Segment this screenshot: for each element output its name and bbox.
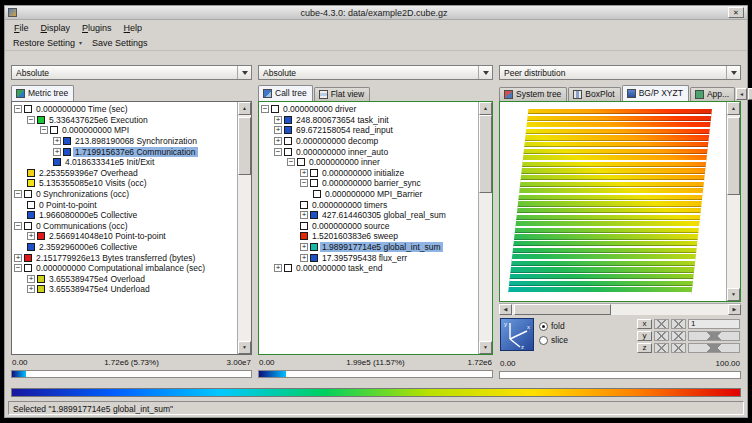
tree-expander[interactable]: + [274,264,282,272]
tree-item-label[interactable]: 427.614460305 global_real_sum [320,210,448,220]
system-value-mode-combobox[interactable]: Peer distribution [499,65,741,80]
tree-item-label[interactable]: 2.151779926e13 Bytes transferred (bytes) [34,253,197,263]
tree-expander[interactable]: − [300,179,308,187]
chevron-down-icon[interactable]: ▾ [79,39,88,46]
tree-expander[interactable]: + [27,232,35,240]
toolbar-restore-setting-button[interactable]: Restore Setting [9,37,79,49]
tree-item-label[interactable]: 17.395795438 flux_err [320,253,409,263]
scroll-down-button[interactable]: ▼ [479,341,492,354]
dim-button-y[interactable]: y [637,331,652,341]
tree-item-label[interactable]: 213.898190068 Synchronization [73,136,199,146]
tree-expander[interactable]: + [27,275,35,283]
tree-expander[interactable]: − [261,105,269,113]
tree-expander[interactable]: − [14,264,22,272]
tree-item-label[interactable]: 5.135355085e10 Visits (occ) [37,178,149,188]
scroll-right-button[interactable]: ▶ [728,304,741,315]
tree-expander[interactable]: + [300,254,308,262]
dim-value-cell[interactable]: 1 [688,319,740,329]
topology-canvas[interactable] [500,102,726,301]
tree-item-label[interactable]: 0.000000000 MPI [60,125,131,135]
tree-item-label[interactable]: 2.359296000e6 Collective [37,242,139,252]
tree-item-label[interactable]: 0.000000000 driver [281,104,358,114]
tree-item-label[interactable]: 0.000000000 MPI_Barrier [323,189,424,199]
dim-button-x[interactable]: x [637,319,652,329]
menu-display[interactable]: Display [35,22,77,34]
tree-expander[interactable]: + [53,148,61,156]
scrollbar-thumb[interactable] [238,117,251,175]
scrollbar-track[interactable] [727,115,740,288]
scroll-down-button[interactable]: ▼ [238,341,251,354]
tree-expander[interactable]: + [274,137,282,145]
tree-item-label[interactable]: 2.253559396e7 Overhead [37,168,140,178]
tree-item-label[interactable]: 1.520160383e6 sweep [310,231,400,241]
scroll-up-button[interactable]: ▲ [479,102,492,115]
dim-value-cell[interactable] [688,331,740,341]
tab-scroll-left-button[interactable]: ◂ [736,88,747,100]
tree-expander[interactable]: + [14,254,22,262]
topology-view[interactable]: ▲ ▼ [499,101,741,302]
tab-system-tree[interactable]: System tree [499,87,567,101]
tab-bg-p-xyzt[interactable]: BG/P XYZT [622,85,689,101]
scroll-left-button[interactable]: ◀ [499,304,512,315]
tree-item-label[interactable]: 0 Point-to-point [37,200,99,210]
tab-app[interactable]: App... [690,87,735,101]
metric-tree[interactable]: −0.000000000 Time (sec)−5.336437625e6 Ex… [12,102,237,354]
tree-expander[interactable]: + [53,137,61,145]
tree-expander[interactable]: + [274,126,282,134]
tree-item-label[interactable]: 0.000000000 Computational imbalance (sec… [34,263,207,273]
tab-metric-tree[interactable]: Metric tree [11,85,74,101]
tree-item-label[interactable]: 0.000000000 barrier_sync [320,178,423,188]
tree-item-label[interactable]: 0.000000000 task_end [294,263,385,273]
close-button[interactable]: ✕ [728,7,744,18]
dim-spin-cell[interactable] [671,343,686,353]
tree-item-label[interactable]: 1.989917714e5 global_int_sum [320,242,443,252]
dim-spin-cell[interactable] [654,343,669,353]
scrollbar-thumb[interactable] [514,304,611,315]
tree-item-label[interactable]: 0 Synchronizations (occ) [34,189,131,199]
menu-file[interactable]: File [8,22,35,34]
tree-expander[interactable]: − [274,148,282,156]
tree-expander[interactable]: − [27,116,35,124]
tab-scroll-right-button[interactable]: ▸ [748,88,752,100]
tree-item-label[interactable]: 0.000000000 Time (sec) [34,104,130,114]
dim-button-z[interactable]: z [637,343,652,353]
tree-item-label[interactable]: 248.800673654 task_init [294,115,391,125]
topology-horizontal-scrollbar[interactable]: ◀ ▶ [499,303,741,315]
tree-expander[interactable]: − [14,105,22,113]
tree-item-label[interactable]: 2.566914048e10 Point-to-point [47,231,168,241]
scrollbar-thumb[interactable] [727,117,740,195]
scroll-up-button[interactable]: ▲ [238,102,251,115]
fold-radio[interactable] [539,322,548,331]
scroll-down-button[interactable]: ▼ [727,288,740,301]
tree-item-label[interactable]: 5.336437625e6 Execution [47,115,150,125]
tree-item-label[interactable]: 3.655389475e4 Overload [47,274,147,284]
tab-boxplot[interactable]: BoxPlot [568,87,620,101]
titlebar[interactable]: cube-4.3.0: data/example2D.cube.gz ✕ [5,6,747,20]
tree-expander[interactable]: − [14,190,22,198]
scroll-up-button[interactable]: ▲ [727,102,740,115]
tree-item-label[interactable]: 0.000000000 decomp [294,136,380,146]
tab-call-tree[interactable]: Call tree [258,85,313,101]
tree-expander[interactable]: + [300,211,308,219]
tree-item-label[interactable]: 1.966080000e5 Collective [37,210,139,220]
tree-item-label[interactable]: 1.719915637e6 Communication [73,147,198,157]
tree-expander[interactable]: + [274,116,282,124]
tree-expander[interactable]: − [14,222,22,230]
tree-expander[interactable]: + [27,285,35,293]
toolbar-save-settings-button[interactable]: Save Settings [88,37,152,49]
fold-option[interactable]: fold [539,321,568,331]
metric-vertical-scrollbar[interactable]: ▲ ▼ [237,102,251,354]
tab-flat-view[interactable]: Flat view [314,87,371,101]
scrollbar-track[interactable] [512,304,728,315]
dim-value-cell[interactable] [688,343,740,353]
xyz-axes-icon[interactable]: xyz [500,318,534,351]
metric-value-mode-combobox[interactable]: Absolute [11,65,252,80]
dim-spin-cell[interactable] [671,331,686,341]
dim-spin-cell[interactable] [671,319,686,329]
scrollbar-track[interactable] [238,115,251,341]
tree-item-label[interactable]: 0.000000000 timers [310,200,389,210]
dim-spin-cell[interactable] [654,319,669,329]
tree-expander[interactable]: + [300,169,308,177]
tree-item-label[interactable]: 4.018633341e5 Init/Exit [63,157,156,167]
tree-item-label[interactable]: 0.000000000 inner [307,157,382,167]
